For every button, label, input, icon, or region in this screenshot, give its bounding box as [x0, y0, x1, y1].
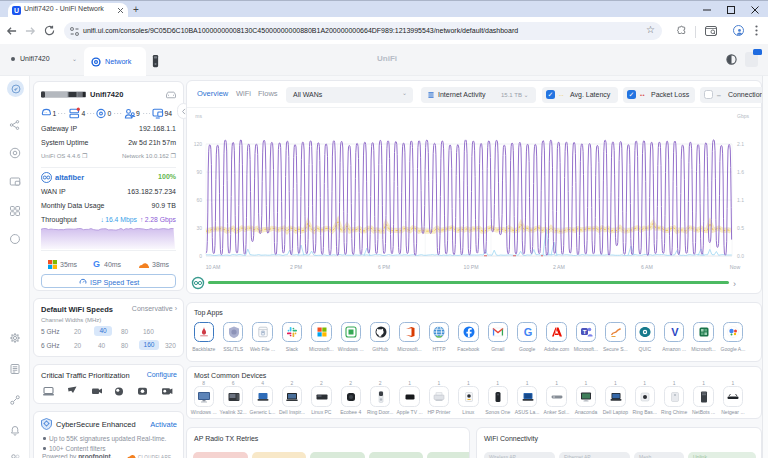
svg-text:0: 0	[108, 110, 112, 117]
svg-text:10 PM: 10 PM	[464, 264, 479, 270]
svg-text:0.5: 0.5	[737, 225, 744, 231]
svg-text:2.1: 2.1	[737, 141, 744, 147]
svg-text:1: 1	[53, 110, 57, 117]
svg-text:0.0: 0.0	[737, 253, 744, 259]
svg-text:90: 90	[196, 169, 202, 175]
svg-text:›: ›	[733, 279, 736, 289]
svg-text:6 AM: 6 AM	[641, 264, 653, 270]
svg-text:2 AM: 2 AM	[553, 264, 565, 270]
svg-text:60: 60	[196, 197, 202, 203]
svg-text:Now: Now	[730, 264, 741, 270]
svg-text:2 PM: 2 PM	[290, 264, 302, 270]
svg-text:G: G	[523, 326, 532, 338]
svg-text:0: 0	[199, 253, 202, 259]
svg-text:30: 30	[196, 225, 202, 231]
svg-text:4: 4	[82, 110, 86, 117]
svg-text:9: 9	[136, 110, 140, 117]
svg-text:10 AM: 10 AM	[206, 264, 221, 270]
svg-text:1.1: 1.1	[737, 197, 744, 203]
svg-text:94: 94	[165, 110, 173, 117]
svg-text:120: 120	[194, 141, 203, 147]
svg-text:Gbps: Gbps	[737, 113, 749, 119]
svg-text:1.6: 1.6	[737, 169, 744, 175]
svg-text:T: T	[583, 329, 587, 335]
svg-text:6 PM: 6 PM	[378, 264, 390, 270]
svg-text:V: V	[671, 326, 679, 338]
svg-text:ms: ms	[195, 113, 202, 119]
